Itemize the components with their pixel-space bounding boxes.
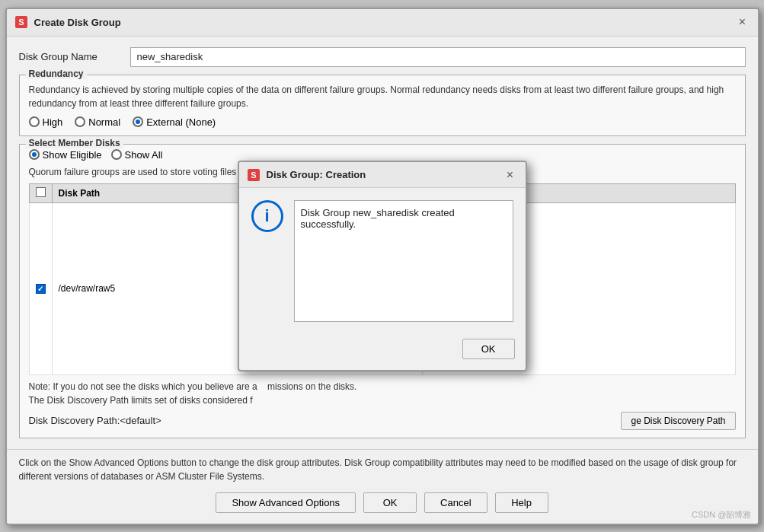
dialog-message: Disk Group new_sharedisk created success… [294,200,513,322]
dialog-title: Disk Group: Creation [267,169,366,180]
info-icon: i [251,200,283,232]
dialog-overlay: S Disk Group: Creation × i Disk Group ne… [7,9,758,524]
dialog-app-icon: S [247,168,261,182]
dialog-ok-button[interactable]: OK [462,339,515,359]
dialog-close-button[interactable]: × [503,167,518,183]
main-window: S Create Disk Group × Disk Group Name Re… [5,8,759,525]
svg-text:S: S [251,170,256,180]
dialog-title-bar: S Disk Group: Creation × [239,162,526,188]
creation-dialog: S Disk Group: Creation × i Disk Group ne… [238,161,527,371]
dialog-content: i Disk Group new_sharedisk created succe… [239,188,526,334]
dialog-buttons: OK [239,334,526,370]
